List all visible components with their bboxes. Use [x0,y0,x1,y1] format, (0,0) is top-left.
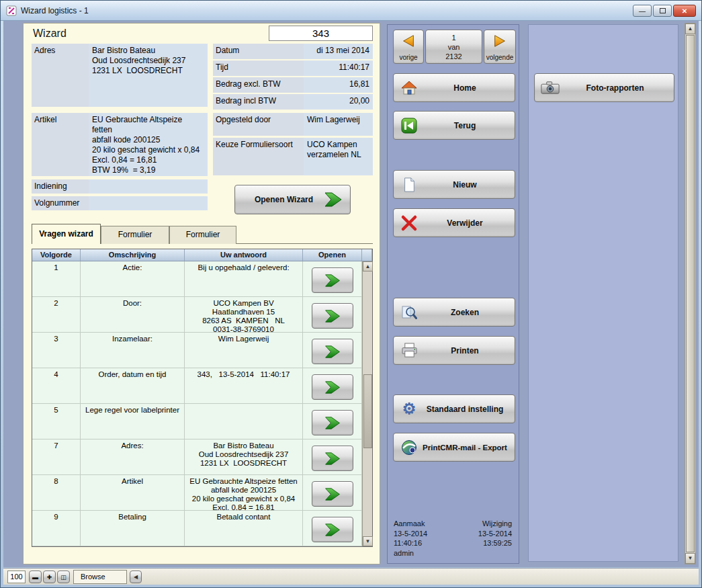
green-arrow-icon [324,522,341,538]
zoom-plus-tool-button[interactable]: ✚ [43,571,56,583]
record-counter: 1 van 2132 [425,30,482,64]
home-button[interactable]: Home [393,73,515,102]
app-icon [6,5,17,16]
cell-openen [303,261,362,296]
back-button[interactable]: Terug [393,111,515,140]
close-button[interactable]: ✕ [673,5,696,17]
table-row: 5 Lege regel voor labelprinter [32,404,362,439]
app-window: Wizard logistics - 1 — ✕ Wizard 343 Adre… [0,0,702,588]
datum-value[interactable]: di 13 mei 2014 [304,44,373,59]
cell-omschrijving: Betaling [81,511,185,546]
tab-vragen-wizard[interactable]: Vragen wizard [32,224,101,244]
titlebar[interactable]: Wizard logistics - 1 — ✕ [1,1,701,21]
open-wizard-button[interactable]: Openen Wizard [234,185,351,214]
minus-tool-button[interactable]: ▬ [29,571,42,583]
cell-volgorde: 5 [32,404,81,439]
cell-openen [303,333,362,368]
open-row-button[interactable] [312,410,353,435]
scroll-up-icon[interactable]: ▲ [363,261,373,271]
scroll-thumb[interactable] [363,374,372,448]
left-arrow-icon: ◀ [134,574,138,580]
indiening-label: Indiening [32,179,89,194]
maximize-icon [660,8,666,13]
tijd-value[interactable]: 11:40:17 [304,60,373,76]
browse-mode-tab[interactable]: Browse [73,570,127,584]
table-scrollbar[interactable]: ▲ ▼ [362,261,372,546]
minus-icon: ▬ [32,574,38,581]
maximize-button[interactable] [653,5,672,17]
tab-formulier-2[interactable]: Formulier [169,226,236,244]
app-scroll-thumb[interactable] [686,35,695,552]
hscroll-left-button[interactable]: ◀ [130,571,142,583]
open-row-button[interactable] [312,481,353,507]
back-icon [400,116,419,135]
cell-antwoord: 343, 13-5-2014 11:40:17 [185,368,303,403]
plus-icon: ✚ [47,574,52,581]
table-row: 2 Door: UCO Kampen BV Haatlandhaven 15 8… [32,297,362,333]
green-arrow-icon [324,273,341,288]
cell-antwoord: Bar Bistro Bateau Oud Loosdrechtsedijk 2… [185,439,303,474]
table-row: 7 Adres: Bar Bistro Bateau Oud Loosdrech… [32,439,362,475]
created-date: 13-5-2014 [394,529,427,539]
header-omschrijving: Omschrijving [81,249,185,261]
cell-volgorde: 3 [32,333,81,368]
printcmr-export-button[interactable]: PrintCMR-mail - Export [393,433,515,462]
previous-arrow-icon [401,34,416,48]
keuze-formuliersoort-value[interactable]: UCO Kampen verzamelen NL [304,138,373,175]
open-row-button[interactable] [312,267,353,293]
green-arrow-icon [324,415,341,431]
keuze-formuliersoort-label: Keuze Formuliersoort [213,138,304,175]
scroll-down-icon[interactable]: ▼ [363,536,373,546]
bedrag-excl-value[interactable]: 16,81 [304,77,373,93]
wizard-number-field[interactable]: 343 [269,26,373,41]
gear-icon: ⚙ [400,400,419,419]
questions-table: Volgorde Omschrijving Uw antwoord Openen… [32,249,373,547]
print-button[interactable]: Printen [393,336,515,365]
modified-label: Wijziging [478,519,512,529]
printcmr-globe-icon [400,438,419,457]
bedrag-incl-value[interactable]: 20,00 [304,94,373,110]
cell-antwoord: Wim Lagerweij [185,333,303,368]
app-scroll-up-icon[interactable]: ▲ [685,24,695,34]
tijd-label: Tijd [213,60,304,76]
indiening-value[interactable] [89,179,208,194]
cell-volgorde: 7 [32,439,81,474]
adres-value[interactable]: Bar Bistro Bateau Oud Loosdrechtsedijk 2… [89,44,208,107]
app-vertical-scrollbar[interactable]: ▲ ▼ [685,23,696,564]
previous-label: vorige [399,54,417,61]
minimize-button[interactable]: — [633,5,652,17]
volgnummer-value[interactable] [89,196,208,210]
app-scroll-down-icon[interactable]: ▼ [685,553,695,564]
green-arrow-icon [324,487,341,502]
cell-omschrijving: Inzamelaar: [81,333,185,368]
header-scroll-gap [362,249,372,261]
delete-button[interactable]: Verwijder [393,208,515,237]
header-volgorde: Volgorde [32,249,81,261]
bedrag-incl-label: Bedrag incl BTW [213,94,304,110]
search-button[interactable]: Zoeken [393,298,515,327]
open-row-button[interactable] [312,517,353,542]
open-row-button[interactable] [312,303,353,329]
open-row-button[interactable] [312,446,353,471]
window-tool-button[interactable]: ◫ [57,571,70,583]
default-settings-label: Standaard instelling [421,395,509,423]
cell-openen [303,475,362,510]
next-record-button[interactable]: volgende [484,30,516,64]
cell-volgorde: 9 [32,511,81,546]
cell-omschrijving: Door: [81,297,185,332]
cell-antwoord [185,404,303,439]
previous-record-button[interactable]: vorige [393,30,424,64]
photo-reports-button[interactable]: Foto-rapporten [534,73,674,102]
new-button[interactable]: Nieuw [393,170,515,199]
open-row-button[interactable] [312,374,353,400]
artikel-value[interactable]: EU Gebrauchte Altspeize fetten abfall ko… [89,113,208,176]
modified-time: 13:59:25 [478,538,512,548]
tab-formulier-1[interactable]: Formulier [101,226,169,244]
opgesteld-door-value[interactable]: Wim Lagerweij [304,113,373,136]
next-label: volgende [486,54,514,61]
record-current: 1 [451,33,455,42]
table-row: 8 Artikel EU Gebrauchte Altspeize fetten… [32,475,362,511]
open-row-button[interactable] [312,339,353,364]
default-settings-button[interactable]: ⚙ Standaard instelling [393,394,515,423]
zoom-level[interactable]: 100 [7,571,26,583]
